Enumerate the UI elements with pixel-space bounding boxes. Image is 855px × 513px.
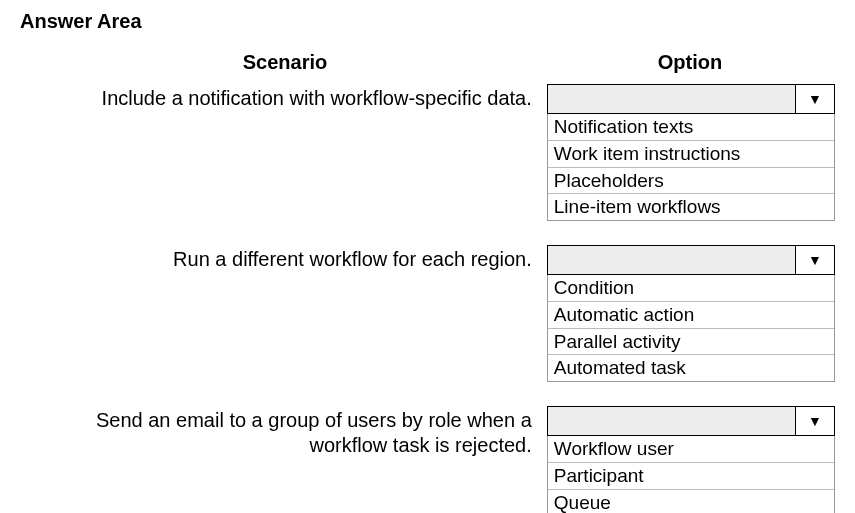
dropdown-selected bbox=[548, 407, 796, 435]
option-cell: ▼ Workflow user Participant Queue bbox=[547, 406, 835, 513]
dropdown-option[interactable]: Automatic action bbox=[548, 301, 834, 328]
option-dropdown[interactable]: ▼ bbox=[547, 84, 835, 114]
header-row: Scenario Option bbox=[20, 51, 835, 74]
dropdown-options: Condition Automatic action Parallel acti… bbox=[547, 275, 835, 382]
dropdown-option[interactable]: Queue bbox=[548, 489, 834, 514]
dropdown-option[interactable]: Line-item workflows bbox=[548, 193, 834, 220]
scenario-row: Include a notification with workflow-spe… bbox=[20, 84, 835, 221]
scenario-row: Run a different workflow for each region… bbox=[20, 245, 835, 382]
dropdown-option[interactable]: Notification texts bbox=[548, 114, 834, 140]
scenario-text: Send an email to a group of users by rol… bbox=[20, 406, 547, 513]
option-dropdown[interactable]: ▼ bbox=[547, 245, 835, 275]
dropdown-option[interactable]: Parallel activity bbox=[548, 328, 834, 355]
dropdown-selected bbox=[548, 85, 796, 113]
scenario-row: Send an email to a group of users by rol… bbox=[20, 406, 835, 513]
option-header: Option bbox=[550, 51, 830, 74]
dropdown-option[interactable]: Participant bbox=[548, 462, 834, 489]
dropdown-options: Notification texts Work item instruction… bbox=[547, 114, 835, 221]
chevron-down-icon: ▼ bbox=[796, 246, 834, 274]
scenario-header: Scenario bbox=[20, 51, 550, 74]
dropdown-option[interactable]: Placeholders bbox=[548, 167, 834, 194]
dropdown-options: Workflow user Participant Queue bbox=[547, 436, 835, 513]
scenario-text: Include a notification with workflow-spe… bbox=[20, 84, 547, 221]
chevron-down-icon: ▼ bbox=[796, 407, 834, 435]
option-cell: ▼ Notification texts Work item instructi… bbox=[547, 84, 835, 221]
scenario-text: Run a different workflow for each region… bbox=[20, 245, 547, 382]
dropdown-option[interactable]: Workflow user bbox=[548, 436, 834, 462]
dropdown-option[interactable]: Work item instructions bbox=[548, 140, 834, 167]
dropdown-option[interactable]: Automated task bbox=[548, 354, 834, 381]
option-cell: ▼ Condition Automatic action Parallel ac… bbox=[547, 245, 835, 382]
option-dropdown[interactable]: ▼ bbox=[547, 406, 835, 436]
dropdown-selected bbox=[548, 246, 796, 274]
chevron-down-icon: ▼ bbox=[796, 85, 834, 113]
page-title: Answer Area bbox=[20, 10, 835, 33]
dropdown-option[interactable]: Condition bbox=[548, 275, 834, 301]
